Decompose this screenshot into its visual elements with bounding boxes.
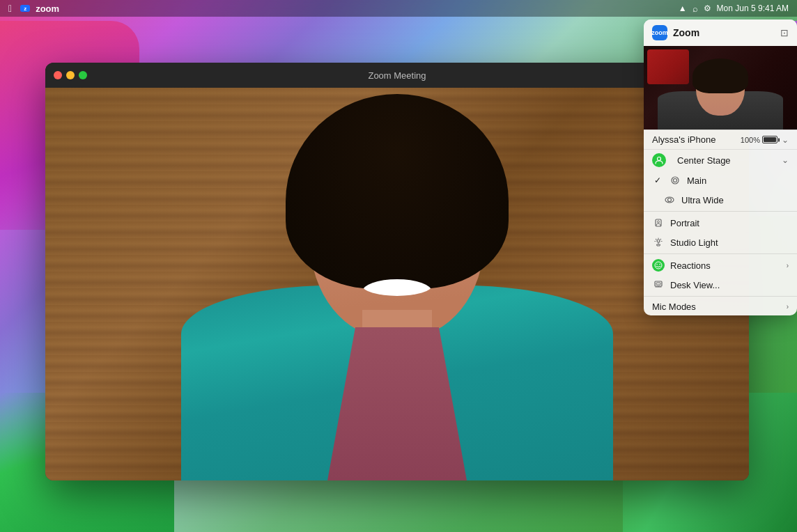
traffic-lights — [54, 71, 87, 79]
reactions-icon — [652, 259, 665, 272]
ultra-wide-option[interactable]: Ultra Wide — [644, 190, 797, 210]
menubar-left:  z zoom — [8, 3, 59, 14]
divider-2 — [644, 253, 797, 254]
portrait-label: Portrait — [670, 218, 789, 228]
svg-rect-18 — [656, 283, 660, 285]
svg-point-1 — [672, 177, 679, 184]
panel-header: zoom Zoom ⊡ — [644, 19, 797, 46]
svg-point-0 — [658, 157, 661, 161]
thumb-painting — [647, 49, 689, 84]
svg-point-16 — [659, 264, 660, 265]
window-title: Zoom Meeting — [368, 70, 426, 81]
portrait-option[interactable]: Portrait — [644, 213, 797, 233]
ultra-wide-icon — [663, 194, 676, 206]
main-option[interactable]: ✓ Main — [644, 171, 797, 190]
zoom-app-menu-label[interactable]: zoom — [36, 3, 59, 14]
ultra-wide-label: Ultra Wide — [681, 195, 789, 205]
studio-light-option[interactable]: Studio Light — [644, 233, 797, 252]
device-chevron-icon[interactable]: ⌄ — [782, 135, 789, 145]
menubar:  z zoom ▲ ⌕ ⚙ Mon Jun 5 9:41 AM — [0, 0, 797, 17]
person-hair — [286, 94, 509, 289]
battery-percent-text: 100% — [741, 136, 760, 144]
reactions-label: Reactions — [670, 260, 781, 271]
svg-point-14 — [655, 262, 662, 269]
zoom-menu-icon: z — [20, 5, 30, 12]
battery-fill — [764, 137, 776, 142]
svg-point-2 — [674, 179, 677, 182]
divider-1 — [644, 211, 797, 212]
studio-light-label: Studio Light — [670, 237, 789, 248]
studio-light-icon — [652, 236, 665, 249]
mic-modes-label: Mic Modes — [652, 302, 781, 312]
center-stage-label: Center Stage — [677, 155, 776, 166]
clock: Mon Jun 5 9:41 AM — [717, 3, 789, 13]
panel-video-thumbnail — [644, 46, 797, 130]
panel-device-row: Alyssa's iPhone 100% ⌄ — [644, 130, 797, 149]
menubar-right: ▲ ⌕ ⚙ Mon Jun 5 9:41 AM — [679, 3, 789, 14]
desk-view-option[interactable]: Desk View... — [644, 275, 797, 295]
portrait-icon — [652, 217, 665, 229]
zoom-icon-letter: z — [24, 6, 26, 12]
reactions-option[interactable]: Reactions › — [644, 256, 797, 275]
zoom-panel: zoom Zoom ⊡ Alyssa's iPhone 100% ⌄ — [644, 19, 797, 315]
main-camera-icon — [669, 174, 681, 187]
minimize-button[interactable] — [66, 71, 75, 79]
search-icon[interactable]: ⌕ — [692, 3, 698, 14]
maximize-button[interactable] — [79, 71, 87, 79]
thumb-hair — [692, 58, 748, 93]
device-name: Alyssa's iPhone — [652, 134, 736, 145]
check-icon: ✓ — [652, 175, 663, 185]
mic-modes-arrow: › — [787, 303, 789, 311]
divider-3 — [644, 296, 797, 297]
desk-view-icon — [652, 279, 665, 291]
person-main-video — [125, 88, 669, 480]
center-stage-row[interactable]: Center Stage ⌄ — [644, 149, 797, 171]
svg-point-6 — [658, 221, 660, 223]
svg-point-4 — [668, 198, 672, 202]
desk-view-label: Desk View... — [670, 280, 789, 290]
main-option-label: Main — [687, 175, 789, 186]
battery-indicator: 100% — [741, 136, 777, 144]
battery-bar — [762, 136, 777, 143]
monitor-icon[interactable]: ⊡ — [780, 27, 789, 38]
close-button[interactable] — [54, 71, 62, 79]
svg-point-15 — [656, 264, 658, 265]
control-center-icon[interactable]: ⚙ — [704, 3, 711, 13]
svg-point-7 — [657, 240, 660, 242]
mic-modes-option[interactable]: Mic Modes › — [644, 298, 797, 315]
zoom-app-name: Zoom — [673, 27, 775, 38]
wifi-icon: ▲ — [679, 3, 687, 13]
zoom-app-icon: zoom — [652, 25, 667, 40]
center-stage-icon — [652, 153, 666, 167]
center-stage-chevron: ⌄ — [782, 155, 789, 165]
zoom-icon-text: zoom — [651, 29, 668, 36]
apple-menu[interactable]:  — [8, 3, 12, 14]
reactions-arrow: › — [787, 262, 789, 269]
